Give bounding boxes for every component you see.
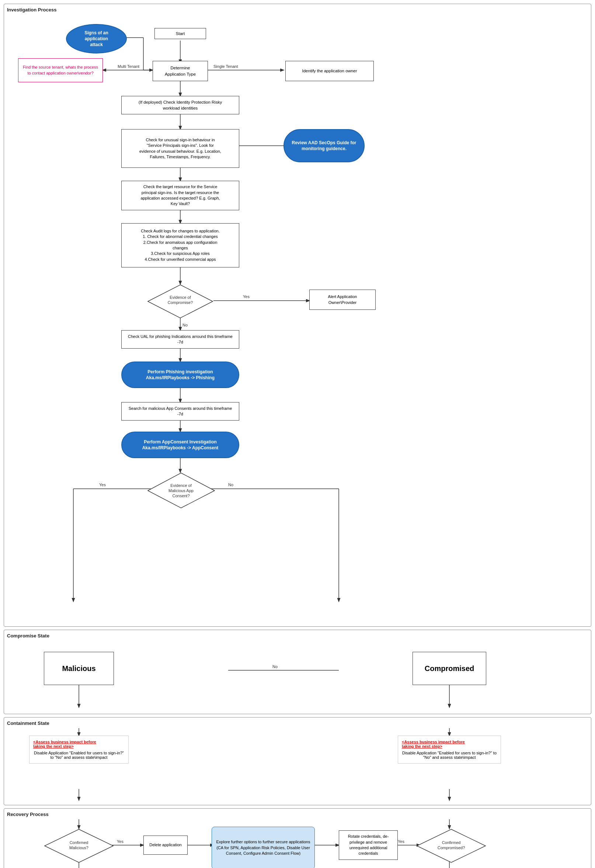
confirmed-malicious-diamond: Confirmed Malicious? — [44, 828, 114, 864]
check-identity-protection-box: (If deployed) Check Identity Protection … — [121, 96, 239, 114]
evidence-compromise-diamond: Evidence of Compromise? — [147, 284, 214, 319]
search-app-consents-box: Search for malicious App Consents around… — [121, 402, 239, 421]
evidence-malicious-diamond: Evidence of Malicious App Consent? — [147, 472, 215, 509]
svg-text:Confirmed: Confirmed — [70, 840, 88, 845]
svg-text:Yes: Yes — [243, 294, 250, 299]
delete-app-box: Delete application — [143, 836, 188, 855]
find-source-tenant-box: Find the source tenant, whats the proces… — [18, 58, 103, 82]
signs-attack-box: Signs of an application attack — [66, 24, 127, 53]
rotate-credentials-box: Rotate credentials, de-privilege and rem… — [339, 830, 398, 860]
review-aad-secops-box: Review AAD SecOps Guide formonitoring gu… — [283, 129, 365, 162]
malicious-box: Malicious — [44, 652, 114, 685]
compromised-box: Compromised — [412, 652, 486, 685]
svg-text:Compromised?: Compromised? — [437, 846, 465, 850]
confirmed-compromised-diamond: Confirmed Compromised? — [416, 828, 486, 864]
investigation-flow: Multi Tenant Single Tenant Yes No — [7, 15, 588, 623]
explore-options-box: Explore further options to further secur… — [212, 827, 315, 868]
svg-text:Consent?: Consent? — [172, 494, 190, 498]
start-box: Start — [155, 28, 206, 39]
svg-text:Compromise?: Compromise? — [168, 300, 193, 305]
investigation-process-label: Investigation Process — [7, 7, 588, 13]
svg-text:Multi Tenant: Multi Tenant — [118, 64, 139, 69]
check-ual-phishing-box: Check UAL for phishing Indications arrou… — [121, 330, 239, 348]
compromise-state-section: Compromise State No Malicious Compromise… — [4, 630, 591, 714]
svg-text:Evidence of: Evidence of — [169, 295, 191, 300]
svg-text:Yes: Yes — [117, 839, 124, 844]
right-containment-box: <Assess business impact beforetaking the… — [398, 735, 501, 763]
svg-text:No: No — [272, 664, 278, 669]
recovery-process-section: Recovery Process Yes Yes N — [4, 808, 591, 868]
recovery-process-label: Recovery Process — [7, 812, 588, 817]
containment-state-flow: <Assess business impact beforetaking the… — [7, 728, 588, 802]
svg-text:Single Tenant: Single Tenant — [214, 64, 238, 69]
alert-owner-box: Alert ApplicationOwner\Provider — [309, 289, 376, 310]
identify-owner-box: Identify the application owner — [285, 61, 374, 81]
investigation-arrows: Multi Tenant Single Tenant Yes No — [7, 15, 593, 623]
recovery-flow: Yes Yes No No — [7, 819, 588, 868]
svg-text:Yes: Yes — [99, 483, 106, 487]
containment-state-section: Containment State <Assess business impac… — [4, 717, 591, 805]
svg-text:No: No — [228, 483, 233, 487]
perform-appconsent-box: Perform AppConsent InvestigationAka.ms/I… — [121, 432, 239, 458]
containment-state-label: Containment State — [7, 720, 588, 726]
determine-app-type-box: Determine Application Type — [153, 61, 208, 81]
compromise-state-flow: No Malicious Compromised — [7, 641, 588, 711]
svg-text:Malicious App: Malicious App — [168, 489, 193, 493]
check-signin-behaviour-box: Check for unusual sign-in behaviour in"S… — [121, 129, 239, 168]
svg-text:Malicious?: Malicious? — [69, 846, 88, 850]
check-target-resource-box: Check the target resource for the Servic… — [121, 181, 239, 210]
investigation-process-section: Investigation Process Multi Tenant Singl… — [4, 4, 591, 627]
svg-text:No: No — [183, 323, 188, 327]
svg-text:Yes: Yes — [398, 839, 404, 844]
svg-text:Evidence of: Evidence of — [170, 483, 192, 488]
svg-text:Confirmed: Confirmed — [442, 840, 461, 845]
compromise-state-label: Compromise State — [7, 633, 588, 639]
left-containment-box: <Assess business impact beforetaking the… — [29, 735, 129, 763]
perform-phishing-box: Perform Phishing investigationAka.ms/IRP… — [121, 362, 239, 388]
check-audit-logs-box: Check Audit logs for changes to applicat… — [121, 223, 239, 267]
